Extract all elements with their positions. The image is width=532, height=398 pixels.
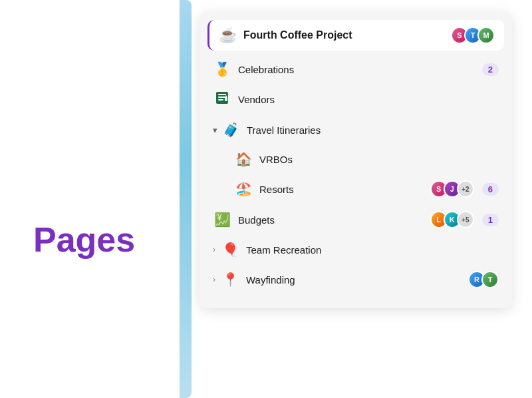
celebrations-icon: 🥇 xyxy=(213,61,231,77)
budgets-icon: 💹 xyxy=(213,212,231,228)
nav-item-budgets[interactable]: 💹 Budgets L K +5 1 xyxy=(200,204,512,235)
vrbos-icon: 🏠 xyxy=(234,151,253,167)
team-recreation-label: Team Recreation xyxy=(246,244,499,256)
resorts-icon: 🏖️ xyxy=(234,181,253,197)
resorts-meta: S J +2 6 xyxy=(430,180,499,198)
budgets-meta: L K +5 1 xyxy=(430,211,499,228)
celebrations-label: Celebrations xyxy=(238,64,482,75)
budgets-avatar-plus: +5 xyxy=(457,211,474,228)
nav-item-vrbos[interactable]: 🏠 VRBOs xyxy=(200,144,512,174)
budgets-badge: 1 xyxy=(482,214,499,226)
vendors-label: Vendors xyxy=(238,94,499,105)
resorts-badge: 6 xyxy=(482,183,499,196)
resorts-avatars: S J +2 xyxy=(430,180,474,198)
pages-panel: ☕ Fourth Coffee Project S T M 🥇 Celebrat… xyxy=(200,12,512,308)
budgets-avatars: L K +5 xyxy=(430,211,474,228)
nav-items-list: 🥇 Celebrations 2 Vendors ▾ 🧳 Tra xyxy=(200,55,512,295)
avatar-3: M xyxy=(477,27,495,44)
vendors-icon xyxy=(213,91,231,108)
nav-item-travel-itineraries[interactable]: ▾ 🧳 Travel Itineraries xyxy=(200,115,512,144)
budgets-label: Budgets xyxy=(238,214,430,226)
celebrations-badge: 2 xyxy=(482,63,499,76)
nav-item-wayfinding[interactable]: › 📍 Wayfinding R T xyxy=(200,264,512,295)
wayfinding-label: Wayfinding xyxy=(246,274,468,286)
svg-rect-4 xyxy=(225,97,227,101)
svg-rect-1 xyxy=(218,94,226,95)
pages-label: Pages xyxy=(33,220,135,260)
nav-item-team-recreation[interactable]: › 🎈 Team Recreation xyxy=(200,235,512,264)
team-recreation-expand-icon: › xyxy=(213,245,215,254)
left-accent-bar xyxy=(180,0,192,398)
wayfinding-icon: 📍 xyxy=(221,272,239,288)
travel-chevron-icon: ▾ xyxy=(213,125,217,135)
team-recreation-icon: 🎈 xyxy=(221,242,239,258)
wayfinding-avatar-2: T xyxy=(481,271,499,288)
vrbos-label: VRBOs xyxy=(259,154,499,165)
project-avatar-group: S T M xyxy=(451,27,495,44)
resorts-label: Resorts xyxy=(259,184,430,195)
travel-icon: 🧳 xyxy=(221,122,240,138)
project-top-item[interactable]: ☕ Fourth Coffee Project S T M xyxy=(207,20,504,51)
wayfinding-expand-icon: › xyxy=(213,275,215,284)
project-icon: ☕ xyxy=(219,27,237,44)
nav-item-vendors[interactable]: Vendors xyxy=(200,84,512,115)
svg-rect-3 xyxy=(218,99,223,100)
travel-label: Travel Itineraries xyxy=(247,124,499,136)
resorts-avatar-plus: +2 xyxy=(457,180,474,198)
wayfinding-avatars: R T xyxy=(468,271,499,288)
project-label: Fourth Coffee Project xyxy=(243,29,451,41)
nav-item-celebrations[interactable]: 🥇 Celebrations 2 xyxy=(200,55,512,84)
nav-item-resorts[interactable]: 🏖️ Resorts S J +2 6 xyxy=(200,174,512,204)
wayfinding-meta: R T xyxy=(468,271,499,288)
